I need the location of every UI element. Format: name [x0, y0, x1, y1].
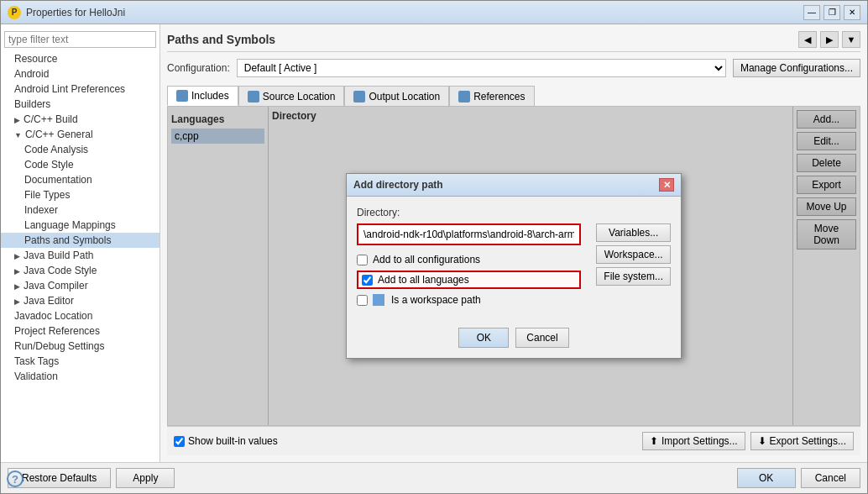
add-directory-modal: Add directory path ✕ Directory: — [346, 173, 682, 359]
sidebar-item-java-build-path[interactable]: Java Build Path — [1, 248, 159, 263]
sidebar-item-javadoc[interactable]: Javadoc Location — [1, 308, 159, 323]
cancel-button[interactable]: Cancel — [801, 468, 860, 488]
variables-button[interactable]: Variables... — [596, 223, 671, 242]
sidebar-item-task-tags[interactable]: Task Tags — [1, 354, 159, 369]
manage-configs-button[interactable]: Manage Configurations... — [733, 59, 860, 77]
sidebar-item-file-types[interactable]: File Types — [1, 187, 159, 202]
directory-input[interactable] — [358, 225, 579, 244]
tab-output-location[interactable]: Output Location — [344, 86, 449, 106]
sidebar-item-java-editor[interactable]: Java Editor — [1, 293, 159, 308]
sidebar-item-android[interactable]: Android — [1, 66, 159, 81]
bottom-area: Show built-in values ⬆ Import Settings..… — [167, 426, 860, 455]
sidebar-item-code-analysis[interactable]: Code Analysis — [1, 142, 159, 157]
modal-content-row: Add to all configurations Add to all lan… — [357, 223, 671, 311]
sidebar-item-code-style[interactable]: Code Style — [1, 157, 159, 172]
modal-title: Add directory path — [353, 179, 443, 191]
tab-content: Languages c,cpp Directory Add... Edit...… — [167, 106, 860, 426]
is-workspace-label: Is a workspace path — [391, 294, 481, 306]
is-workspace-row: Is a workspace path — [357, 294, 581, 306]
sidebar-item-run-debug[interactable]: Run/Debug Settings — [1, 339, 159, 354]
sidebar-item-cpp-build[interactable]: C/C++ Build — [1, 112, 159, 127]
modal-dir-label: Directory: — [357, 207, 671, 218]
window-title: Properties for HelloJni — [26, 7, 125, 18]
nav-arrows: ◀ ▶ ▼ — [798, 31, 860, 48]
main-area: Resource Android Android Lint Preference… — [1, 24, 867, 462]
import-icon: ⬆ — [650, 435, 658, 447]
sidebar-item-resource[interactable]: Resource — [1, 51, 159, 66]
modal-input-row — [357, 223, 581, 245]
show-built-in-row: Show built-in values — [174, 435, 278, 447]
modal-close-button[interactable]: ✕ — [659, 178, 674, 192]
sidebar: Resource Android Android Lint Preference… — [1, 24, 160, 462]
sidebar-item-validation[interactable]: Validation — [1, 369, 159, 384]
output-location-tab-icon — [353, 91, 365, 102]
title-bar-left: P Properties for HelloJni — [8, 6, 125, 19]
show-built-in-checkbox[interactable] — [174, 436, 185, 447]
back-button[interactable]: ◀ — [798, 31, 817, 48]
ok-button[interactable]: OK — [737, 468, 796, 488]
workspace-icon — [373, 294, 384, 306]
modal-side-buttons: Variables... Workspace... File system... — [596, 223, 671, 311]
help-area: ? — [7, 470, 24, 487]
footer: Restore Defaults Apply OK Cancel ? — [1, 462, 867, 493]
content-header: Paths and Symbols ◀ ▶ ▼ — [167, 31, 860, 52]
properties-window: P Properties for HelloJni — ❐ ✕ Resource… — [0, 0, 868, 494]
source-location-tab-icon — [248, 91, 259, 102]
add-to-all-configs-checkbox[interactable] — [357, 255, 368, 265]
tabs: Includes Source Location Output Location… — [167, 86, 860, 106]
bottom-buttons: ⬆ Import Settings... ⬇ Export Settings..… — [642, 432, 854, 450]
tab-source-location[interactable]: Source Location — [238, 86, 345, 106]
show-built-in-label: Show built-in values — [188, 435, 278, 447]
modal-overlay: Add directory path ✕ Directory: — [168, 107, 860, 425]
minimize-button[interactable]: — — [803, 5, 820, 20]
modal-footer: OK Cancel — [347, 321, 681, 358]
add-to-all-langs-row: Add to all languages — [357, 271, 581, 289]
config-label: Configuration: — [167, 62, 230, 74]
modal-body: Directory: Add to all configura — [347, 197, 681, 321]
add-to-all-configs-row: Add to all configurations — [357, 254, 581, 265]
help-button[interactable]: ? — [7, 470, 24, 487]
tab-includes[interactable]: Includes — [167, 86, 238, 106]
config-select[interactable]: Default [ Active ] — [237, 59, 726, 77]
add-to-all-configs-label: Add to all configurations — [373, 254, 480, 265]
references-tab-icon — [458, 91, 470, 102]
modal-left-section: Add to all configurations Add to all lan… — [357, 223, 581, 311]
sidebar-item-java-code-style[interactable]: Java Code Style — [1, 263, 159, 278]
is-workspace-checkbox[interactable] — [357, 295, 368, 306]
forward-button[interactable]: ▶ — [820, 31, 839, 48]
sidebar-item-paths-symbols[interactable]: Paths and Symbols — [1, 233, 159, 248]
sidebar-item-indexer[interactable]: Indexer — [1, 202, 159, 218]
add-to-all-langs-label: Add to all languages — [378, 274, 469, 286]
modal-title-bar: Add directory path ✕ — [347, 174, 681, 197]
apply-button[interactable]: Apply — [116, 468, 175, 488]
filter-input[interactable] — [4, 31, 156, 48]
title-bar: P Properties for HelloJni — ❐ ✕ — [1, 1, 867, 24]
restore-button[interactable]: ❐ — [824, 5, 840, 20]
filesystem-button[interactable]: File system... — [596, 267, 671, 286]
sidebar-item-project-refs[interactable]: Project References — [1, 323, 159, 339]
modal-cancel-button[interactable]: Cancel — [515, 328, 568, 348]
modal-ok-button[interactable]: OK — [458, 328, 509, 348]
sidebar-item-documentation[interactable]: Documentation — [1, 172, 159, 187]
dropdown-button[interactable]: ▼ — [842, 31, 860, 48]
bottom-left: Show built-in values — [174, 435, 278, 447]
sidebar-item-cpp-general[interactable]: C/C++ General — [1, 127, 159, 142]
page-title: Paths and Symbols — [167, 33, 275, 46]
sidebar-item-language-mappings[interactable]: Language Mappings — [1, 218, 159, 233]
add-to-all-langs-checkbox[interactable] — [362, 275, 373, 286]
window-body: Resource Android Android Lint Preference… — [1, 24, 867, 493]
sidebar-item-android-lint[interactable]: Android Lint Preferences — [1, 81, 159, 97]
tab-references[interactable]: References — [449, 86, 534, 106]
sidebar-item-java-compiler[interactable]: Java Compiler — [1, 278, 159, 293]
export-icon: ⬇ — [758, 435, 766, 447]
import-settings-button[interactable]: ⬆ Import Settings... — [642, 432, 745, 450]
close-button[interactable]: ✕ — [844, 5, 860, 20]
workspace-button[interactable]: Workspace... — [596, 245, 671, 264]
config-row: Configuration: Default [ Active ] Manage… — [167, 59, 860, 77]
content-area: Paths and Symbols ◀ ▶ ▼ Configuration: D… — [160, 24, 867, 462]
title-bar-controls: — ❐ ✕ — [803, 5, 860, 20]
export-settings-button[interactable]: ⬇ Export Settings... — [750, 432, 854, 450]
window-icon: P — [8, 6, 21, 19]
includes-tab-icon — [176, 90, 188, 102]
sidebar-item-builders[interactable]: Builders — [1, 97, 159, 112]
